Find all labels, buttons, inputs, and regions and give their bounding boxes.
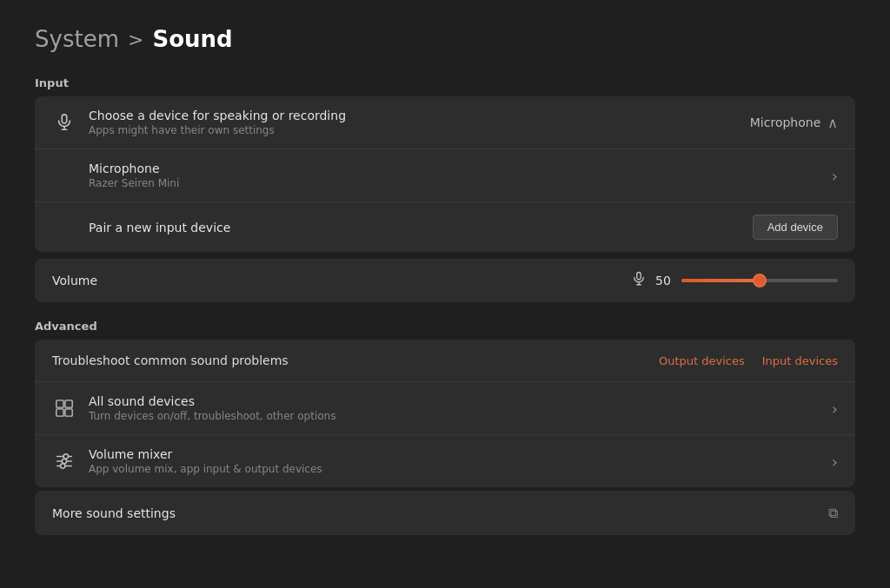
svg-point-18 xyxy=(60,464,65,469)
all-devices-title: All sound devices xyxy=(89,394,832,408)
more-settings-title: More sound settings xyxy=(52,506,176,520)
volume-mixer-right: › xyxy=(832,453,838,471)
microphone-row-right: › xyxy=(832,167,838,185)
all-devices-right: › xyxy=(832,400,838,418)
volume-mixer-icon xyxy=(52,452,76,471)
breadcrumb: System > Sound xyxy=(35,26,855,52)
volume-microphone-icon xyxy=(631,271,647,290)
input-section: Input Choose a device for speaking or re… xyxy=(35,76,855,252)
microphone-row[interactable]: Microphone Razer Seiren Mini › xyxy=(35,149,855,202)
pair-device-row[interactable]: Pair a new input device Add device xyxy=(35,202,855,252)
all-devices-subtitle: Turn devices on/off, troubleshoot, other… xyxy=(89,410,832,422)
volume-label: Volume xyxy=(52,274,97,287)
input-section-label: Input xyxy=(35,76,855,89)
microphone-title: Microphone xyxy=(89,162,832,175)
choose-device-row[interactable]: Choose a device for speaking or recordin… xyxy=(35,96,855,149)
troubleshoot-label: Troubleshoot common sound problems xyxy=(52,353,659,367)
volume-mixer-row[interactable]: Volume mixer App volume mix, app input &… xyxy=(35,435,855,487)
output-devices-link[interactable]: Output devices xyxy=(659,354,745,367)
troubleshoot-links: Output devices Input devices xyxy=(659,354,838,367)
svg-rect-9 xyxy=(65,409,72,416)
volume-slider[interactable] xyxy=(681,279,838,282)
troubleshoot-card: Troubleshoot common sound problems Outpu… xyxy=(35,340,855,487)
volume-slider-thumb[interactable] xyxy=(753,274,767,287)
troubleshoot-row: Troubleshoot common sound problems Outpu… xyxy=(35,340,855,382)
volume-mixer-subtitle: App volume mix, app input & output devic… xyxy=(89,463,832,475)
volume-mixer-text: Volume mixer App volume mix, app input &… xyxy=(89,447,832,475)
input-card: Choose a device for speaking or recordin… xyxy=(35,96,855,252)
more-settings-row[interactable]: More sound settings ⧉ xyxy=(35,491,855,535)
breadcrumb-separator: > xyxy=(128,29,143,50)
breadcrumb-system[interactable]: System xyxy=(35,26,119,52)
chevron-right-icon: › xyxy=(832,167,838,185)
volume-slider-fill xyxy=(681,279,760,282)
pair-device-title: Pair a new input device xyxy=(89,221,753,235)
svg-rect-7 xyxy=(65,400,72,407)
svg-rect-8 xyxy=(56,409,63,416)
choose-device-right: Microphone ∧ xyxy=(750,115,838,131)
chevron-up-icon: ∧ xyxy=(827,115,838,131)
volume-mixer-chevron: › xyxy=(832,453,838,471)
all-devices-row[interactable]: All sound devices Turn devices on/off, t… xyxy=(35,382,855,435)
choose-device-text: Choose a device for speaking or recordin… xyxy=(89,109,750,136)
svg-rect-6 xyxy=(56,400,63,407)
choose-device-title: Choose a device for speaking or recordin… xyxy=(89,109,750,122)
microphone-icon xyxy=(52,113,76,132)
input-devices-link[interactable]: Input devices xyxy=(762,354,838,367)
pair-device-right: Add device xyxy=(753,215,838,240)
all-devices-text: All sound devices Turn devices on/off, t… xyxy=(89,394,832,422)
microphone-text: Microphone Razer Seiren Mini xyxy=(89,162,832,189)
external-link-icon: ⧉ xyxy=(828,505,838,521)
all-devices-chevron: › xyxy=(832,400,838,418)
volume-value: 50 xyxy=(655,274,673,287)
volume-mixer-title: Volume mixer xyxy=(89,447,832,461)
svg-rect-3 xyxy=(637,273,641,280)
choose-device-subtitle: Apps might have their own settings xyxy=(89,124,750,136)
volume-controls: 50 xyxy=(631,271,838,290)
pair-device-text: Pair a new input device xyxy=(89,221,753,235)
svg-rect-0 xyxy=(62,115,67,123)
volume-section: Volume 50 xyxy=(35,259,855,302)
add-device-button[interactable]: Add device xyxy=(753,215,838,240)
microphone-subtitle: Razer Seiren Mini xyxy=(89,177,832,189)
svg-point-15 xyxy=(63,454,69,459)
selected-device-label: Microphone xyxy=(750,116,821,129)
advanced-section: Advanced Troubleshoot common sound probl… xyxy=(35,320,855,535)
svg-point-12 xyxy=(62,459,67,464)
all-devices-icon xyxy=(52,399,76,418)
breadcrumb-current: Sound xyxy=(152,26,232,52)
advanced-section-label: Advanced xyxy=(35,320,855,333)
